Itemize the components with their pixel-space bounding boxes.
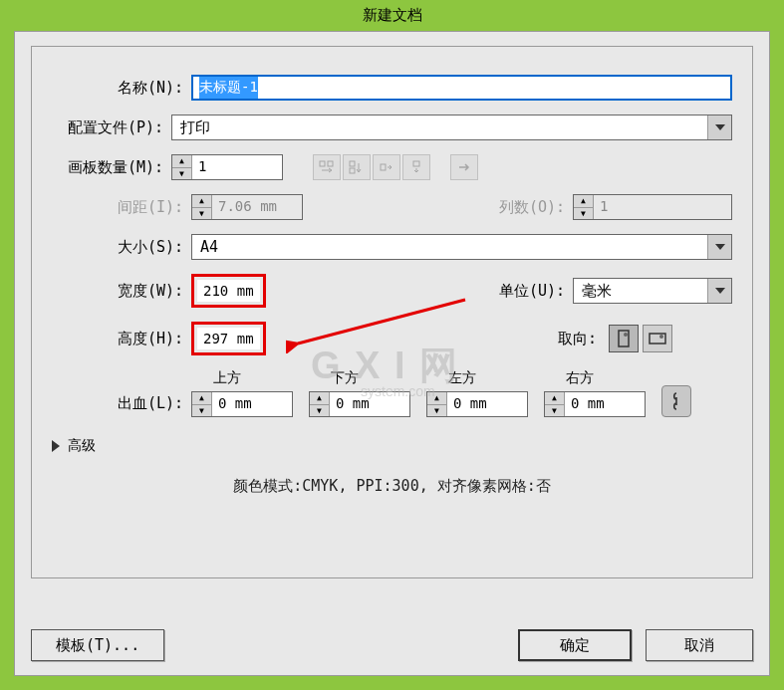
- dialog-body: G X I 网 system.com 名称(N): 未标题-1 配置文件(P):…: [14, 31, 770, 676]
- units-label: 单位(U):: [499, 282, 573, 301]
- profile-label: 配置文件(P):: [52, 118, 171, 137]
- height-input[interactable]: 297 mm: [197, 328, 260, 349]
- svg-rect-0: [320, 161, 325, 166]
- columns-spinner: ▲▼ 1: [573, 194, 732, 220]
- cancel-button[interactable]: 取消: [646, 629, 753, 661]
- bleed-bottom-label: 下方: [309, 369, 410, 387]
- landscape-button[interactable]: [643, 325, 672, 352]
- bleed-right-label: 右方: [544, 369, 646, 387]
- orientation-label: 取向:: [558, 330, 605, 348]
- bleed-right-spinner[interactable]: ▲▼ 0 mm: [544, 391, 646, 417]
- portrait-button[interactable]: [609, 325, 639, 352]
- bleed-top-label: 上方: [191, 369, 293, 387]
- spacing-spinner: ▲▼ 7.06 mm: [191, 194, 303, 220]
- width-highlight-box: 210 mm: [191, 274, 266, 308]
- svg-rect-8: [650, 334, 665, 344]
- grid-by-col-icon: [343, 154, 371, 180]
- width-input[interactable]: 210 mm: [197, 280, 260, 302]
- name-label: 名称(N):: [52, 79, 191, 98]
- height-highlight-box: 297 mm: [191, 322, 266, 355]
- svg-rect-6: [619, 331, 629, 346]
- arrow-right-icon: [450, 154, 478, 180]
- svg-point-7: [624, 333, 628, 337]
- link-bleed-button[interactable]: [661, 385, 691, 417]
- svg-rect-5: [413, 161, 419, 166]
- advanced-toggle[interactable]: 高级: [52, 437, 732, 455]
- profile-select[interactable]: 打印: [171, 115, 732, 140]
- svg-rect-1: [328, 161, 333, 166]
- arrange-right-icon: [373, 154, 400, 180]
- chevron-down-icon: [707, 279, 731, 303]
- spin-down-icon[interactable]: ▼: [172, 168, 191, 180]
- grid-by-row-icon: [313, 154, 341, 180]
- chevron-down-icon: [707, 235, 731, 259]
- svg-rect-2: [350, 161, 355, 166]
- bleed-label: 出血(L):: [52, 394, 191, 417]
- spacing-label: 间距(I):: [52, 198, 191, 217]
- height-label: 高度(H):: [52, 330, 191, 348]
- template-button[interactable]: 模板(T)...: [31, 629, 164, 661]
- svg-point-9: [659, 335, 663, 339]
- size-label: 大小(S):: [52, 238, 191, 257]
- triangle-right-icon: [52, 440, 60, 452]
- chevron-down-icon: [707, 115, 731, 139]
- button-row: 模板(T)... 确定 取消: [31, 629, 753, 661]
- artboards-label: 画板数量(M):: [52, 158, 171, 177]
- ok-button[interactable]: 确定: [518, 629, 632, 661]
- width-label: 宽度(W):: [52, 282, 191, 301]
- dialog-title: 新建文档: [0, 0, 784, 31]
- columns-label: 列数(O):: [499, 198, 573, 217]
- content-panel: G X I 网 system.com 名称(N): 未标题-1 配置文件(P):…: [31, 46, 753, 578]
- bleed-left-label: 左方: [426, 369, 528, 387]
- info-text: 颜色模式:CMYK, PPI:300, 对齐像素网格:否: [52, 477, 732, 496]
- artboards-spinner[interactable]: ▲ ▼ 1: [171, 154, 283, 180]
- svg-rect-3: [350, 168, 355, 173]
- bleed-top-spinner[interactable]: ▲▼ 0 mm: [191, 391, 293, 417]
- name-input[interactable]: 未标题-1: [191, 75, 732, 101]
- svg-rect-4: [381, 164, 386, 170]
- size-select[interactable]: A4: [191, 234, 732, 260]
- arrange-down-icon: [402, 154, 430, 180]
- spin-up-icon[interactable]: ▲: [172, 155, 191, 168]
- bleed-left-spinner[interactable]: ▲▼ 0 mm: [426, 391, 528, 417]
- bleed-bottom-spinner[interactable]: ▲▼ 0 mm: [309, 391, 410, 417]
- units-select[interactable]: 毫米: [573, 278, 732, 304]
